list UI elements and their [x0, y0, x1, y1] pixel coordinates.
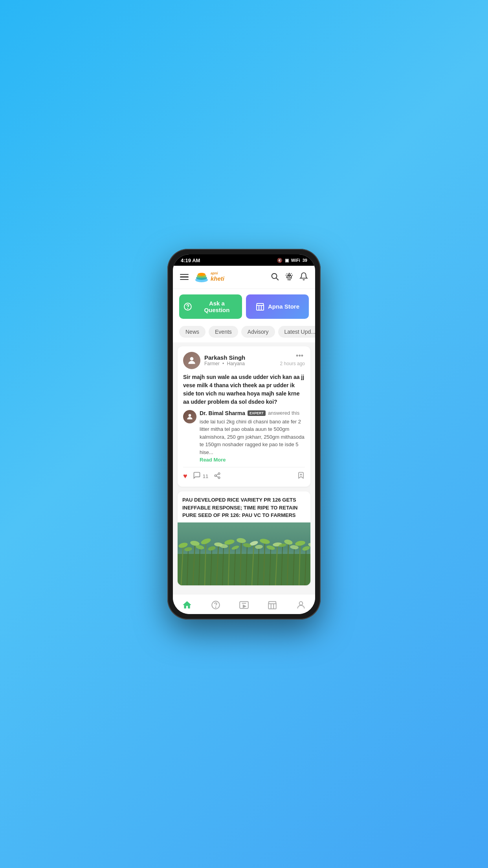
- user-avatar: [183, 352, 200, 369]
- nav-store[interactable]: [263, 598, 281, 612]
- filter-tabs: News Events Advisory Latest Upd...: [173, 324, 315, 342]
- svg-point-16: [218, 477, 220, 479]
- svg-line-18: [216, 474, 218, 475]
- expert-name: Dr. Bimal Sharma: [200, 410, 245, 416]
- expert-avatar: [183, 410, 196, 423]
- svg-marker-73: [243, 605, 246, 608]
- comment-count: 11: [203, 473, 208, 479]
- post-question: Sir majh sun wale aa usde udder vich kan…: [183, 373, 305, 406]
- like-button[interactable]: ♥: [183, 472, 187, 480]
- svg-rect-22: [178, 554, 310, 585]
- bookmark-button[interactable]: [297, 471, 305, 481]
- news-image: [178, 522, 310, 585]
- svg-line-17: [216, 476, 218, 477]
- app-logo: apni kheti: [194, 270, 224, 285]
- mute-icon: 🔇: [277, 258, 283, 263]
- nav-video[interactable]: [235, 598, 253, 612]
- svg-point-14: [218, 473, 220, 474]
- svg-point-12: [190, 357, 194, 360]
- user-name: Parkash Singh: [204, 354, 245, 361]
- expert-badge: EXPERT: [248, 410, 266, 416]
- action-buttons: Ask a Question Apna Store: [173, 289, 315, 324]
- answered-text: answered this: [268, 410, 299, 416]
- heart-icon: ♥: [183, 472, 187, 480]
- main-content: Parkash Singh Farmer • Haryana ••• 2 hou…: [173, 342, 315, 594]
- svg-point-6: [288, 274, 290, 276]
- svg-point-3: [198, 273, 205, 276]
- wifi-icon: ▣: [285, 258, 289, 263]
- read-more-link[interactable]: Read More: [200, 457, 226, 463]
- weather-button[interactable]: [284, 272, 294, 282]
- post-time: 2 hours ago: [280, 361, 305, 366]
- svg-point-11: [187, 308, 188, 309]
- post-actions: ♥ 11: [183, 467, 305, 481]
- user-meta: Farmer • Haryana: [204, 361, 245, 366]
- nav-home[interactable]: [178, 598, 196, 612]
- svg-point-70: [215, 607, 216, 607]
- news-card[interactable]: PAU DEVELOPED RICE VARIETY PR 126 GETS I…: [178, 491, 310, 585]
- answer-block: Dr. Bimal Sharma EXPERT answered this is…: [183, 410, 305, 463]
- svg-point-74: [299, 601, 303, 605]
- nav-profile[interactable]: [292, 598, 310, 612]
- menu-button[interactable]: [180, 274, 189, 280]
- apna-store-button[interactable]: Apna Store: [246, 294, 309, 319]
- share-button[interactable]: [214, 472, 221, 481]
- notifications-button[interactable]: [299, 272, 308, 282]
- tab-latest[interactable]: Latest Upd...: [278, 326, 315, 338]
- svg-point-15: [215, 474, 216, 476]
- comment-icon: [193, 471, 201, 481]
- tab-events[interactable]: Events: [209, 326, 238, 338]
- search-button[interactable]: [270, 272, 279, 282]
- comment-button[interactable]: 11: [193, 471, 208, 481]
- signal-icon: WiFi: [291, 258, 300, 263]
- bookmark-icon: [297, 473, 305, 481]
- status-bar: 4:19 AM 🔇 ▣ WiFi 39: [173, 254, 315, 266]
- battery-icon: 39: [303, 258, 307, 263]
- svg-point-13: [189, 414, 191, 417]
- nav-bar: apni kheti: [173, 266, 315, 289]
- bottom-nav: [173, 594, 315, 614]
- post-card: Parkash Singh Farmer • Haryana ••• 2 hou…: [178, 346, 310, 487]
- svg-line-5: [276, 278, 278, 280]
- ask-question-button[interactable]: Ask a Question: [179, 294, 242, 319]
- more-options-button[interactable]: •••: [294, 352, 305, 360]
- answer-text: isde lai tuci 2kg chini di chasni bano a…: [200, 418, 305, 456]
- nav-qa[interactable]: [207, 598, 225, 612]
- news-title: PAU DEVELOPED RICE VARIETY PR 126 GETS I…: [178, 491, 310, 522]
- tab-advisory[interactable]: Advisory: [241, 326, 275, 338]
- status-time: 4:19 AM: [181, 257, 200, 263]
- share-icon: [214, 472, 221, 481]
- tab-news[interactable]: News: [179, 326, 205, 338]
